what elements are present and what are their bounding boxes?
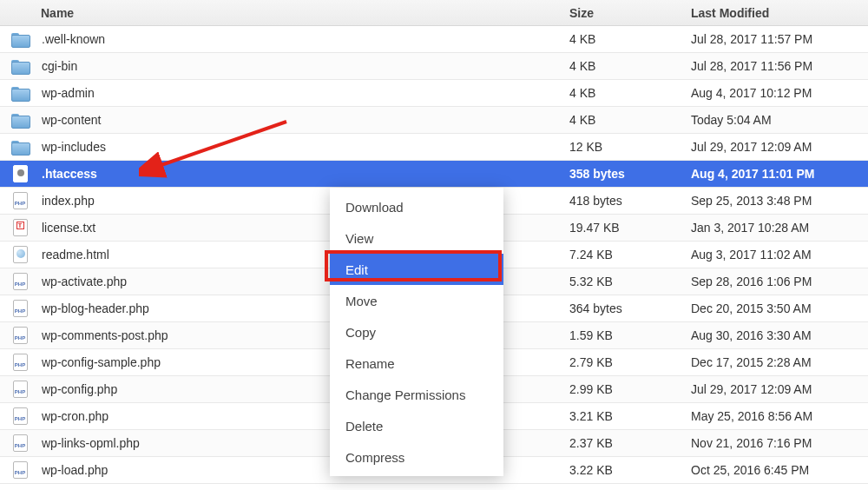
file-date: Jul 28, 2017 11:56 PM — [691, 59, 868, 73]
folder-icon — [0, 141, 40, 154]
col-name[interactable]: Name — [40, 6, 569, 20]
file-size: 12 KB — [569, 140, 691, 154]
file-size: 5.32 KB — [569, 275, 691, 288]
file-size: 3.21 KB — [569, 409, 691, 423]
table-row[interactable]: .htaccess358 bytesAug 4, 2017 11:01 PM — [0, 161, 868, 188]
file-name: cgi-bin — [40, 59, 569, 73]
php-icon: PHP — [0, 461, 40, 479]
html-icon — [0, 246, 40, 263]
table-row[interactable]: wp-includes12 KBJul 29, 2017 12:09 AM — [0, 134, 868, 161]
file-size: 7.24 KB — [569, 248, 691, 262]
file-date: Dec 20, 2015 3:50 AM — [691, 301, 868, 315]
table-header: Name Size Last Modified — [0, 0, 868, 26]
file-size: 418 bytes — [569, 194, 691, 208]
file-size: 4 KB — [569, 59, 691, 73]
table-row[interactable]: .well-known4 KBJul 28, 2017 11:57 PM — [0, 26, 868, 53]
file-date: Dec 17, 2015 2:28 AM — [691, 355, 868, 369]
file-date: Aug 3, 2017 11:02 AM — [691, 248, 868, 262]
menu-item-delete[interactable]: Delete — [330, 410, 503, 441]
txt-icon: T — [0, 219, 40, 236]
file-date: Nov 21, 2016 7:16 PM — [691, 436, 868, 450]
file-name: .well-known — [40, 32, 569, 46]
file-date: Jan 3, 2017 10:28 AM — [691, 221, 868, 235]
file-size: 4 KB — [569, 86, 691, 100]
table-row[interactable]: wp-admin4 KBAug 4, 2017 10:12 PM — [0, 80, 868, 107]
menu-item-rename[interactable]: Rename — [330, 348, 503, 379]
table-row[interactable]: cgi-bin4 KBJul 28, 2017 11:56 PM — [0, 53, 868, 80]
file-size: 358 bytes — [569, 167, 691, 181]
file-date: Sep 25, 2013 3:48 PM — [691, 194, 868, 208]
file-size: 3.22 KB — [569, 463, 691, 477]
file-date: Jul 28, 2017 11:57 PM — [691, 32, 868, 46]
menu-item-compress[interactable]: Compress — [330, 441, 503, 473]
menu-item-change-permissions[interactable]: Change Permissions — [330, 379, 503, 410]
file-size: 4 KB — [569, 113, 691, 127]
folder-icon — [0, 33, 40, 46]
file-name: wp-admin — [40, 86, 569, 100]
menu-item-download[interactable]: Download — [330, 191, 503, 222]
menu-item-edit[interactable]: Edit — [330, 254, 503, 285]
php-icon: PHP — [0, 354, 40, 371]
file-date: Oct 25, 2016 6:45 PM — [691, 463, 868, 477]
file-size: 1.59 KB — [569, 328, 691, 342]
folder-icon — [0, 87, 40, 100]
file-date: Aug 4, 2017 11:01 PM — [691, 167, 868, 181]
menu-item-copy[interactable]: Copy — [330, 316, 503, 348]
file-size: 2.99 KB — [569, 382, 691, 396]
context-menu: DownloadViewEditMoveCopyRenameChange Per… — [330, 188, 503, 476]
php-icon: PHP — [0, 192, 40, 209]
file-size: 19.47 KB — [569, 221, 691, 235]
folder-icon — [0, 114, 40, 127]
file-date: Today 5:04 AM — [691, 113, 868, 127]
folder-icon — [0, 60, 40, 73]
file-name: wp-includes — [40, 140, 569, 154]
col-date[interactable]: Last Modified — [691, 6, 868, 20]
file-size: 364 bytes — [569, 301, 691, 315]
menu-item-move[interactable]: Move — [330, 285, 503, 316]
php-icon: PHP — [0, 300, 40, 317]
sys-icon — [0, 165, 40, 182]
file-name: wp-content — [40, 113, 569, 127]
file-size: 4 KB — [569, 32, 691, 46]
php-icon: PHP — [0, 273, 40, 290]
file-size: 2.79 KB — [569, 355, 691, 369]
php-icon: PHP — [0, 381, 40, 398]
menu-item-view[interactable]: View — [330, 222, 503, 254]
file-name: .htaccess — [40, 167, 569, 181]
table-row[interactable]: wp-content4 KBToday 5:04 AM — [0, 107, 868, 134]
php-icon: PHP — [0, 327, 40, 344]
file-date: May 25, 2016 8:56 AM — [691, 409, 868, 423]
php-icon: PHP — [0, 407, 40, 425]
file-date: Aug 30, 2016 3:30 AM — [691, 328, 868, 342]
file-date: Sep 28, 2016 1:06 PM — [691, 275, 868, 288]
file-date: Jul 29, 2017 12:09 AM — [691, 140, 868, 154]
file-size: 2.37 KB — [569, 436, 691, 450]
file-date: Jul 29, 2017 12:09 AM — [691, 382, 868, 396]
col-size[interactable]: Size — [569, 6, 691, 20]
php-icon: PHP — [0, 434, 40, 452]
file-date: Aug 4, 2017 10:12 PM — [691, 86, 868, 100]
